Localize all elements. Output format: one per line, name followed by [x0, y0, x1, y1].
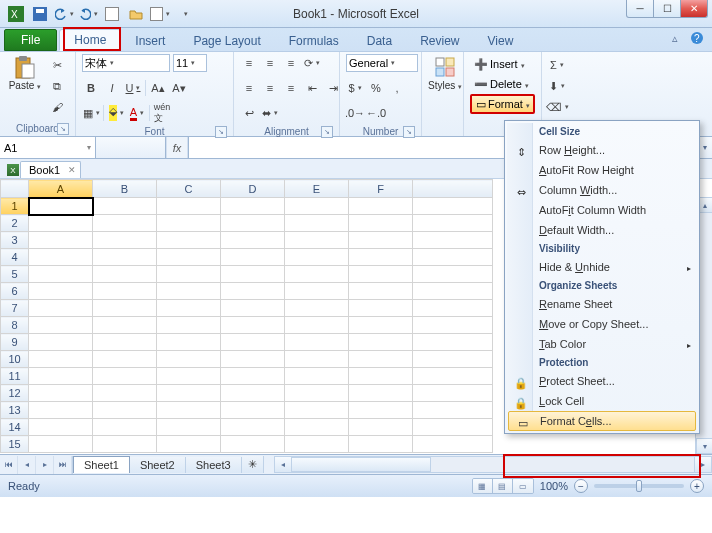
- cell[interactable]: [221, 436, 285, 453]
- increase-font-icon[interactable]: A▴: [149, 79, 167, 97]
- cell[interactable]: [413, 249, 493, 266]
- zoom-level[interactable]: 100%: [540, 480, 568, 492]
- cell[interactable]: [413, 232, 493, 249]
- cell[interactable]: [157, 419, 221, 436]
- sheet-tab[interactable]: Sheet3: [186, 457, 242, 473]
- menu-format-cells[interactable]: ▭Format Cells...: [508, 411, 696, 431]
- zoom-slider[interactable]: [594, 484, 684, 488]
- cell[interactable]: [29, 266, 93, 283]
- cell[interactable]: [157, 436, 221, 453]
- undo-icon[interactable]: [54, 4, 74, 24]
- menu-protect-sheet[interactable]: 🔒Protect Sheet...: [507, 371, 697, 391]
- align-bottom-icon[interactable]: ≡: [282, 54, 300, 72]
- cell[interactable]: [221, 266, 285, 283]
- clipboard-dialog-launcher[interactable]: ↘: [57, 123, 69, 135]
- insert-cells-button[interactable]: ➕Insert: [470, 54, 535, 74]
- col-header[interactable]: D: [221, 180, 285, 198]
- cell[interactable]: [413, 402, 493, 419]
- row-header[interactable]: 5: [1, 266, 29, 283]
- cell[interactable]: [349, 266, 413, 283]
- cell[interactable]: [93, 419, 157, 436]
- cell[interactable]: [349, 419, 413, 436]
- redo-icon[interactable]: [78, 4, 98, 24]
- name-box[interactable]: A1▾: [0, 137, 96, 158]
- cell[interactable]: [349, 300, 413, 317]
- wrap-text-icon[interactable]: ↩: [240, 104, 258, 122]
- cell[interactable]: [93, 283, 157, 300]
- cell[interactable]: [349, 283, 413, 300]
- align-center-icon[interactable]: ≡: [261, 79, 279, 97]
- cell[interactable]: [29, 198, 93, 215]
- menu-rename-sheet[interactable]: Rename Sheet: [507, 294, 697, 314]
- cell[interactable]: [93, 436, 157, 453]
- new-sheet-button[interactable]: ✳: [242, 456, 264, 473]
- row-header[interactable]: 2: [1, 215, 29, 232]
- tab-home[interactable]: Home: [59, 29, 121, 51]
- cell[interactable]: [285, 419, 349, 436]
- font-color-icon[interactable]: A: [128, 104, 146, 122]
- menu-default-width[interactable]: Default Width...: [507, 220, 697, 240]
- accounting-format-icon[interactable]: $: [346, 79, 364, 97]
- cell[interactable]: [29, 385, 93, 402]
- menu-move-copy-sheet[interactable]: Move or Copy Sheet...: [507, 314, 697, 334]
- minimize-button[interactable]: ─: [626, 0, 654, 18]
- col-header[interactable]: C: [157, 180, 221, 198]
- cell[interactable]: [29, 402, 93, 419]
- underline-button[interactable]: U: [124, 79, 142, 97]
- orientation-icon[interactable]: ⟳: [303, 54, 321, 72]
- row-header[interactable]: 14: [1, 419, 29, 436]
- border-icon[interactable]: ▦: [82, 104, 100, 122]
- cell[interactable]: [285, 317, 349, 334]
- page-layout-view-icon[interactable]: ▤: [493, 479, 513, 493]
- menu-lock-cell[interactable]: 🔒Lock Cell: [507, 391, 697, 411]
- bold-button[interactable]: B: [82, 79, 100, 97]
- cell[interactable]: [413, 266, 493, 283]
- cell[interactable]: [285, 266, 349, 283]
- menu-autofit-row-height[interactable]: AutoFit Row Height: [507, 160, 697, 180]
- cell[interactable]: [285, 300, 349, 317]
- row-header[interactable]: 10: [1, 351, 29, 368]
- autosum-icon[interactable]: Σ: [548, 56, 566, 74]
- row-header[interactable]: 12: [1, 385, 29, 402]
- open-icon[interactable]: [126, 4, 146, 24]
- cell[interactable]: [93, 249, 157, 266]
- cell[interactable]: [285, 436, 349, 453]
- tab-insert[interactable]: Insert: [121, 31, 179, 51]
- number-format-combo[interactable]: General: [346, 54, 418, 72]
- select-all-corner[interactable]: [1, 180, 29, 198]
- page-break-view-icon[interactable]: ▭: [513, 479, 533, 493]
- cell[interactable]: [349, 215, 413, 232]
- cell[interactable]: [157, 198, 221, 215]
- font-name-combo[interactable]: 宋体: [82, 54, 170, 72]
- save-icon[interactable]: [30, 4, 50, 24]
- cell[interactable]: [221, 402, 285, 419]
- row-header[interactable]: 4: [1, 249, 29, 266]
- cell[interactable]: [349, 402, 413, 419]
- minimize-ribbon-icon[interactable]: ▵: [668, 31, 682, 45]
- cell[interactable]: [157, 249, 221, 266]
- cell[interactable]: [29, 368, 93, 385]
- cell[interactable]: [157, 215, 221, 232]
- cell[interactable]: [413, 351, 493, 368]
- horizontal-scrollbar[interactable]: [274, 456, 712, 473]
- phonetic-icon[interactable]: wén文: [153, 104, 171, 122]
- col-header[interactable]: A: [29, 180, 93, 198]
- cell[interactable]: [413, 317, 493, 334]
- cell[interactable]: [221, 300, 285, 317]
- cell[interactable]: [285, 402, 349, 419]
- maximize-button[interactable]: ☐: [653, 0, 681, 18]
- cell[interactable]: [157, 266, 221, 283]
- row-header[interactable]: 3: [1, 232, 29, 249]
- cell[interactable]: [221, 198, 285, 215]
- format-cells-button[interactable]: ▭Format: [470, 94, 535, 114]
- next-sheet-icon[interactable]: ▸: [36, 456, 54, 474]
- row-header[interactable]: 7: [1, 300, 29, 317]
- cell[interactable]: [29, 300, 93, 317]
- cell[interactable]: [29, 334, 93, 351]
- tab-view[interactable]: View: [474, 31, 528, 51]
- cell[interactable]: [157, 402, 221, 419]
- menu-hide-unhide[interactable]: Hide & Unhide: [507, 257, 697, 277]
- col-header[interactable]: E: [285, 180, 349, 198]
- row-header[interactable]: 13: [1, 402, 29, 419]
- sheet-tab[interactable]: Sheet1: [73, 456, 130, 473]
